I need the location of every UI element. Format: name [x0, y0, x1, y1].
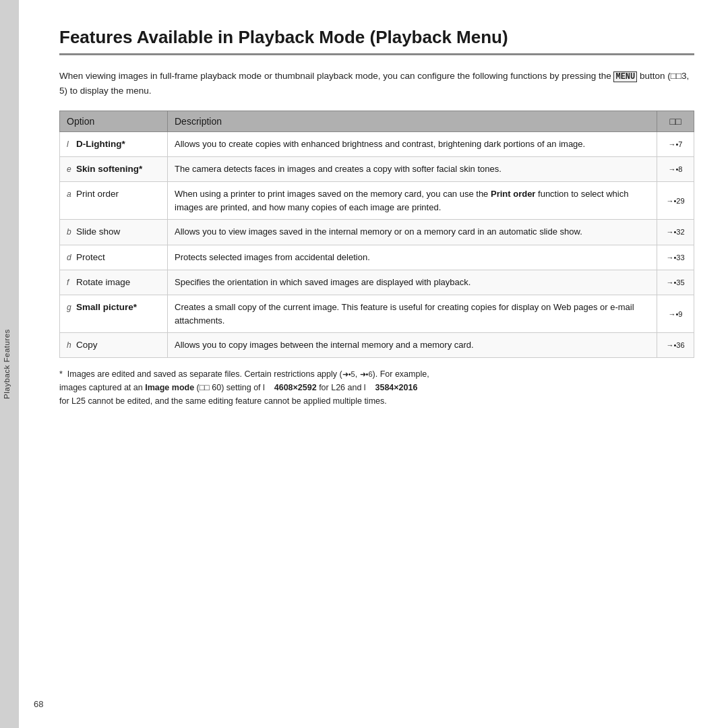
sidebar-label: Playback Features — [3, 329, 11, 399]
header-description: Description — [168, 111, 657, 131]
intro-text-before: When viewing images in full-frame playba… — [59, 71, 613, 81]
intro-book-ref: □□ — [671, 71, 681, 81]
footnote-ref1: ➜•5 — [342, 370, 355, 378]
table-cell-ref: →•8 — [657, 157, 694, 182]
table-cell-option: d Protect — [60, 245, 168, 270]
footnote-line2-pre: images captured at an — [59, 383, 145, 392]
main-content: Features Available in Playback Mode (Pla… — [19, 0, 728, 428]
footnote-bold2: 4608×2592 — [274, 383, 317, 392]
option-letter: b — [67, 226, 76, 238]
footnote-line1-pre: * Images are edited and saved as separat… — [59, 369, 342, 379]
table-cell-option: l D-Lighting* — [60, 131, 168, 156]
footnote: * Images are edited and saved as separat… — [59, 367, 694, 408]
footnote-bold1: Image mode — [145, 383, 194, 392]
table-cell-option: b Slide show — [60, 220, 168, 245]
table-row: h CopyAllows you to copy images between … — [60, 333, 694, 358]
page-title: Features Available in Playback Mode (Pla… — [59, 27, 694, 55]
table-cell-description: Protects selected images from accidental… — [168, 245, 657, 270]
footnote-ref2: ➜•6 — [360, 370, 373, 378]
table-cell-option: a Print order — [60, 182, 168, 220]
table-cell-description: Specifies the orientation in which saved… — [168, 270, 657, 295]
table-row: e Skin softening*The camera detects face… — [60, 157, 694, 182]
option-letter: g — [67, 301, 76, 313]
table-cell-ref: →•36 — [657, 333, 694, 358]
table-row: l D-Lighting*Allows you to create copies… — [60, 131, 694, 156]
page-number: 68 — [34, 699, 43, 709]
table-header-row: Option Description □□ — [60, 111, 694, 131]
table-row: g Small picture*Creates a small copy of … — [60, 295, 694, 333]
option-name: Protect — [76, 252, 105, 262]
features-table: Option Description □□ l D-Lighting*Allow… — [59, 111, 694, 359]
table-cell-description: Allows you to copy images between the in… — [168, 333, 657, 358]
table-cell-option: g Small picture* — [60, 295, 168, 333]
table-row: f Rotate imageSpecifies the orientation … — [60, 270, 694, 295]
table-cell-ref: →•35 — [657, 270, 694, 295]
footnote-line2-mid: (□□ 60) setting of l — [194, 383, 274, 392]
intro-paragraph: When viewing images in full-frame playba… — [59, 69, 694, 98]
table-cell-option: h Copy — [60, 333, 168, 358]
footnote-line3: for L25 cannot be edited, and the same e… — [59, 396, 387, 406]
table-cell-option: e Skin softening* — [60, 157, 168, 182]
header-option: Option — [60, 111, 168, 131]
option-name: Print order — [76, 189, 119, 199]
option-name: Skin softening* — [76, 164, 142, 174]
table-cell-description: Allows you to create copies with enhance… — [168, 131, 657, 156]
option-name: Slide show — [76, 226, 120, 237]
menu-keyword: MENU — [613, 71, 637, 82]
option-letter: e — [67, 163, 76, 175]
table-cell-ref: →•33 — [657, 245, 694, 270]
option-name: Small picture* — [76, 302, 137, 312]
option-name: D-Lighting* — [76, 139, 125, 149]
option-letter: l — [67, 138, 76, 150]
footnote-line2-post: for L26 and l — [317, 383, 375, 392]
table-row: b Slide showAllows you to view images sa… — [60, 220, 694, 245]
table-cell-ref: →•9 — [657, 295, 694, 333]
table-cell-description: When using a printer to print images sav… — [168, 182, 657, 220]
table-cell-description: The camera detects faces in images and c… — [168, 157, 657, 182]
option-name: Copy — [76, 340, 98, 350]
table-cell-description: Allows you to view images saved in the i… — [168, 220, 657, 245]
table-cell-description: Creates a small copy of the current imag… — [168, 295, 657, 333]
intro-text-end: ) to display the menu. — [65, 86, 152, 96]
option-letter: f — [67, 276, 76, 289]
table-cell-option: f Rotate image — [60, 270, 168, 295]
option-name: Rotate image — [76, 277, 130, 287]
table-cell-ref: →•7 — [657, 131, 694, 156]
table-cell-ref: →•32 — [657, 220, 694, 245]
option-letter: h — [67, 339, 76, 351]
option-letter: a — [67, 188, 76, 200]
table-cell-ref: →•29 — [657, 182, 694, 220]
footnote-bold3: 3584×2016 — [375, 383, 418, 392]
footnote-mid: , — [355, 369, 360, 379]
footnote-line1-post: ). For example, — [373, 369, 429, 379]
sidebar-tab: Playback Features — [0, 0, 19, 728]
intro-text-after: button ( — [637, 71, 671, 81]
table-row: d ProtectProtects selected images from a… — [60, 245, 694, 270]
option-letter: d — [67, 251, 76, 264]
table-row: a Print orderWhen using a printer to pri… — [60, 182, 694, 220]
header-icon: □□ — [657, 111, 694, 131]
